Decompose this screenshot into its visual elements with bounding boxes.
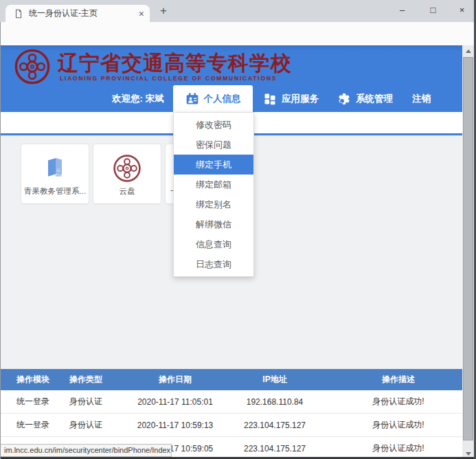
scroll-up-icon[interactable] (462, 45, 474, 56)
app-grid-icon (263, 92, 277, 106)
school-name-zh: 辽宁省交通高等专科学校 (58, 49, 292, 78)
menu-item-info-query[interactable]: 信息查询 (174, 234, 253, 254)
welcome-text: 欢迎您: 宋斌 (112, 85, 164, 112)
cell-module: 统一登录 (0, 396, 65, 407)
table-row: 统一登录 身份认证 2020-11-17 10:59:13 223.104.17… (0, 414, 474, 437)
page-scrollbar[interactable] (462, 45, 474, 459)
personal-info-dropdown: 修改密码 密保问题 绑定手机 绑定邮箱 绑定别名 解绑微信 信息查询 日志查询 (173, 112, 254, 277)
cell-type: 身份认证 (65, 419, 124, 431)
school-name-en: LIAONING PROVINCIAL COLLEGE OF COMMUNICA… (60, 75, 277, 82)
cell-ip: 223.104.175.127 (227, 444, 323, 454)
browser-tab[interactable]: 统一身份认证-主页 × (5, 5, 150, 22)
browser-toolbar: 不安全 | im.lncc.edu.cn/im/system/login/...… (0, 22, 476, 45)
site-banner: 辽宁省交通高等专科学校 LIAONING PROVINCIAL COLLEGE … (0, 45, 474, 112)
menu-item-change-password[interactable]: 修改密码 (174, 115, 253, 135)
col-header: 操作模块 (0, 374, 65, 385)
cell-desc: 身份认证成功! (323, 396, 474, 407)
cell-module: 统一登录 (0, 419, 65, 431)
cell-date: 2020-11-17 10:59:13 (124, 421, 227, 430)
close-button[interactable]: × (446, 0, 476, 21)
app-card-label: 青果教务管理系... (24, 186, 86, 197)
cell-date: 2020-11-17 11:05:01 (124, 397, 227, 407)
cell-ip: 223.104.175.127 (227, 421, 323, 430)
nav-item-label: 个人信息 (204, 85, 241, 112)
menu-item-bind-phone[interactable]: 绑定手机 (174, 155, 253, 175)
id-card-icon (185, 92, 199, 106)
col-header: 操作类型 (65, 374, 124, 385)
status-url-tooltip: im.lncc.edu.cn/im/securitycenter/bindPho… (0, 444, 172, 457)
menu-item-security-question[interactable]: 密保问题 (174, 135, 253, 155)
maximize-button[interactable]: □ (418, 0, 449, 21)
gear-icon (337, 92, 351, 106)
log-table-header: 操作模块 操作类型 操作日期 IP地址 操作描述 (0, 369, 474, 390)
window-border-left (0, 22, 1, 459)
school-seal-logo (14, 48, 51, 85)
cell-ip: 192.168.110.84 (227, 397, 323, 407)
cell-desc: 身份认证成功! (323, 419, 474, 431)
nav-item-label: 系统管理 (356, 85, 393, 112)
col-header: IP地址 (227, 374, 323, 385)
app-card-qingguo[interactable]: 青果教务管理系... (21, 144, 89, 204)
cell-type: 身份认证 (65, 396, 124, 407)
menu-item-log-query[interactable]: 日志查询 (174, 254, 253, 274)
new-tab-button[interactable]: + (155, 3, 172, 19)
minimize-button[interactable]: – (387, 0, 418, 21)
app-card-cloud-disk[interactable]: 云盘 (93, 144, 161, 204)
scrollbar-thumb[interactable] (463, 57, 473, 440)
app-card-label: 云盘 (96, 186, 158, 197)
nav-item-app-services[interactable]: 应用服务 (263, 85, 319, 112)
logout-link[interactable]: 注销 (412, 85, 431, 112)
tab-close-icon[interactable]: × (139, 8, 144, 19)
col-header: 操作描述 (323, 374, 474, 385)
menu-item-unbind-wechat[interactable]: 解绑微信 (174, 214, 253, 234)
cell-desc: 身份认证成功! (323, 443, 474, 454)
nav-item-personal-info[interactable]: 个人信息 (173, 85, 253, 112)
browser-titlebar: 统一身份认证-主页 × + – □ × (0, 0, 476, 22)
qingguo-app-icon (21, 153, 89, 184)
cloud-disk-app-icon (93, 153, 161, 184)
browser-window: 统一身份认证-主页 × + – □ × 不安全 | im.lncc.edu.cn… (0, 0, 476, 459)
table-row: 统一登录 身份认证 2020-11-17 11:05:01 192.168.11… (0, 390, 474, 414)
col-header: 操作日期 (124, 374, 227, 385)
tab-title: 统一身份认证-主页 (29, 8, 135, 19)
page-icon (14, 9, 23, 19)
nav-item-system-admin[interactable]: 系统管理 (337, 85, 393, 112)
menu-item-bind-alias[interactable]: 绑定别名 (174, 194, 253, 214)
menu-item-bind-email[interactable]: 绑定邮箱 (174, 175, 253, 194)
nav-item-label: 应用服务 (282, 85, 319, 112)
